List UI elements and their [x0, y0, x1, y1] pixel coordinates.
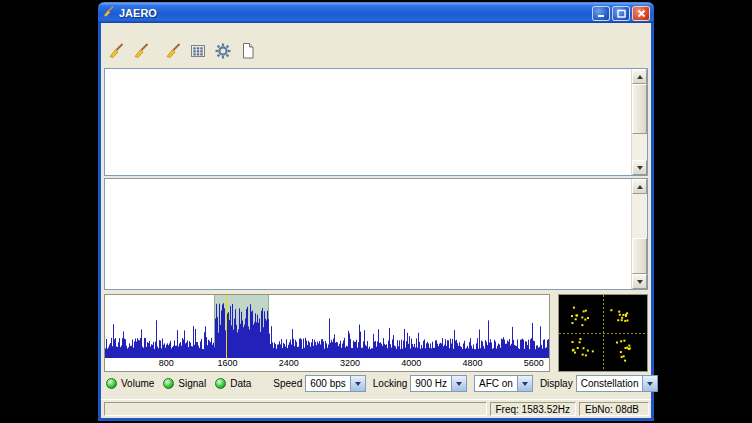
clear-all-button[interactable] — [161, 42, 184, 65]
combo-dropdown[interactable]: 600 bps — [305, 375, 366, 392]
statusbar: Freq: 1583.52Hz EbNo: 08dB — [101, 399, 651, 418]
hex-console[interactable] — [104, 68, 648, 176]
scroll-thumb[interactable] — [632, 84, 647, 134]
statusbar-filler — [104, 402, 487, 416]
led-label: Signal — [178, 378, 206, 389]
signal-led-indicator: Signal — [163, 378, 206, 389]
combo-value: Constellation — [577, 376, 643, 391]
axis-tick-label: 4800 — [458, 358, 486, 368]
scroll-up-button[interactable] — [632, 179, 647, 194]
keypad-icon — [189, 42, 207, 64]
led-icon — [215, 378, 226, 389]
app-icon — [102, 4, 115, 22]
volume-led-indicator: Volume — [106, 378, 154, 389]
controls-row: VolumeSignalData Speed600 bpsLocking900 … — [106, 375, 646, 392]
acars-console[interactable] — [104, 178, 648, 290]
display-combo: DisplayConstellation — [540, 375, 659, 392]
broom-icon — [107, 42, 125, 64]
chevron-down-icon — [451, 376, 466, 391]
led-icon — [106, 378, 117, 389]
combo-value: 600 bps — [306, 376, 350, 391]
broom-icon — [132, 42, 150, 64]
hex-console-scrollbar[interactable] — [631, 69, 647, 175]
combo-label: Locking — [373, 378, 407, 389]
maximize-button[interactable] — [612, 6, 630, 21]
menu-tools[interactable] — [114, 31, 126, 33]
combo-value: AFC on — [475, 376, 517, 391]
clear-first-console-button[interactable] — [104, 42, 127, 65]
combo-value: 900 Hz — [411, 376, 451, 391]
logging-button[interactable] — [236, 42, 259, 65]
menu-help[interactable] — [126, 31, 138, 33]
combo-dropdown[interactable]: Constellation — [576, 375, 659, 392]
combo-label: Display — [540, 378, 573, 389]
freq-status: Freq: 1583.52Hz — [490, 402, 577, 416]
axis-tick-label: 1600 — [213, 358, 241, 368]
led-label: Data — [230, 378, 251, 389]
chevron-down-icon — [642, 376, 657, 391]
menubar — [101, 23, 651, 40]
chevron-down-icon — [517, 376, 532, 391]
data-led-indicator: Data — [215, 378, 251, 389]
ebno-status: EbNo: 08dB — [579, 402, 649, 416]
arrow-up-icon — [637, 75, 643, 79]
chevron-down-icon — [350, 376, 365, 391]
led-label: Volume — [121, 378, 154, 389]
axis-tick-label: 800 — [152, 358, 180, 368]
axis-tick-label: 3200 — [336, 358, 364, 368]
scroll-thumb[interactable] — [632, 238, 647, 274]
arrow-down-icon — [637, 166, 643, 170]
acars-console-lines — [105, 179, 631, 238]
window-title: JAERO — [119, 7, 592, 19]
jaero-window: JAERO — [98, 2, 654, 421]
scroll-up-button[interactable] — [632, 69, 647, 84]
menu-file[interactable] — [102, 31, 114, 33]
axis-tick-label: 4000 — [397, 358, 425, 368]
scroll-down-button[interactable] — [632, 160, 647, 175]
axis-tick-label: 2400 — [275, 358, 303, 368]
gear-icon — [214, 42, 232, 64]
spectrum-axis-labels: 800160024003200400048005600 — [105, 358, 549, 371]
spectrum-display[interactable]: 800160024003200400048005600 — [104, 294, 550, 372]
hex-console-lines — [105, 69, 631, 128]
broom-icon — [164, 42, 182, 64]
combo-dropdown[interactable]: AFC on — [474, 375, 533, 392]
document-icon — [239, 42, 257, 64]
afc-combo: AFC on — [474, 375, 533, 392]
data-window-button[interactable] — [186, 42, 209, 65]
settings-button[interactable] — [211, 42, 234, 65]
constellation-display — [558, 294, 648, 372]
combo-dropdown[interactable]: 900 Hz — [410, 375, 467, 392]
scroll-down-button[interactable] — [632, 274, 647, 289]
arrow-down-icon — [637, 280, 643, 284]
led-icon — [163, 378, 174, 389]
spectrum-canvas[interactable] — [105, 295, 549, 358]
combo-label: Speed — [273, 378, 302, 389]
window-body: 800160024003200400048005600 VolumeSignal… — [98, 23, 654, 421]
speed-combo: Speed600 bps — [273, 375, 366, 392]
visualization-row: 800160024003200400048005600 — [104, 294, 648, 372]
close-button[interactable] — [632, 6, 650, 21]
minimize-button[interactable] — [592, 6, 610, 21]
toolbar — [101, 40, 651, 66]
acars-console-scrollbar[interactable] — [631, 179, 647, 289]
axis-tick-label: 5600 — [520, 358, 548, 368]
titlebar[interactable]: JAERO — [98, 2, 654, 23]
clear-second-console-button[interactable] — [129, 42, 152, 65]
arrow-up-icon — [637, 185, 643, 189]
locking-combo: Locking900 Hz — [373, 375, 467, 392]
